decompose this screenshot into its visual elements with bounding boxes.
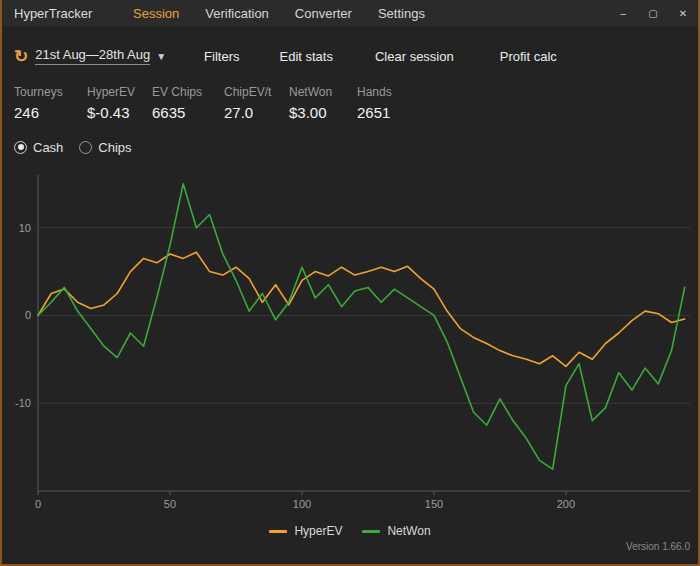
svg-text:-10: -10 xyxy=(15,397,31,409)
svg-text:0: 0 xyxy=(35,498,41,510)
chart-legend: HyperEV NetWon xyxy=(2,521,698,541)
minimize-button[interactable]: – xyxy=(608,0,638,26)
menu-item-verification[interactable]: Verification xyxy=(192,0,282,26)
stat-tourneys: Tourneys 246 xyxy=(14,84,87,125)
radio-selected-icon xyxy=(14,141,27,154)
legend-item-hyperev: HyperEV xyxy=(269,524,342,538)
clear-session-button[interactable]: Clear session xyxy=(375,49,454,64)
svg-text:100: 100 xyxy=(293,498,311,510)
stats-bar: Tourneys 246 HyperEV $-0.43 EV Chips 663… xyxy=(2,84,698,125)
profit-calc-button[interactable]: Profit calc xyxy=(500,49,557,64)
stat-value: 27.0 xyxy=(224,101,289,125)
title-bar: HyperTracker Session Verification Conver… xyxy=(2,0,698,26)
radio-label: Chips xyxy=(98,140,131,155)
edit-stats-button[interactable]: Edit stats xyxy=(279,49,332,64)
menu-item-session[interactable]: Session xyxy=(120,0,192,26)
netwon-line-icon xyxy=(362,530,380,533)
window-controls: – ▢ ✕ xyxy=(608,0,698,26)
date-range-dropdown[interactable]: 21st Aug—28th Aug xyxy=(35,47,150,65)
radio-label: Cash xyxy=(33,140,63,155)
radio-unselected-icon xyxy=(79,141,92,154)
stat-value: 246 xyxy=(14,101,87,125)
refresh-icon[interactable]: ↻ xyxy=(14,48,28,65)
stat-value: 6635 xyxy=(152,101,224,125)
chevron-down-icon[interactable]: ▼ xyxy=(156,51,166,62)
main-menu: Session Verification Converter Settings xyxy=(120,0,438,26)
filters-button[interactable]: Filters xyxy=(204,49,239,64)
stat-hands: Hands 2651 xyxy=(357,84,417,125)
hyperev-line-icon xyxy=(269,530,287,533)
legend-label: NetWon xyxy=(387,524,430,538)
stat-value: $-0.43 xyxy=(87,101,152,125)
stat-label: HyperEV xyxy=(87,84,152,101)
stat-label: ChipEV/t xyxy=(224,84,289,101)
legend-item-netwon: NetWon xyxy=(362,524,430,538)
stat-label: NetWon xyxy=(289,84,357,101)
stat-ev-chips: EV Chips 6635 xyxy=(152,84,224,125)
close-button[interactable]: ✕ xyxy=(668,0,698,26)
app-window: HyperTracker Session Verification Conver… xyxy=(2,0,698,555)
view-toggle: Cash Chips xyxy=(2,137,698,157)
stat-chipev-t: ChipEV/t 27.0 xyxy=(224,84,289,125)
version-label: Version 1.66.0 xyxy=(626,541,690,555)
stat-hyperev: HyperEV $-0.43 xyxy=(87,84,152,125)
session-chart: 100-10050100150200 xyxy=(2,165,698,521)
app-title: HyperTracker xyxy=(2,6,120,21)
stat-value: $3.00 xyxy=(289,101,357,125)
stat-value: 2651 xyxy=(357,101,417,125)
cash-radio[interactable]: Cash xyxy=(14,140,63,155)
menu-item-converter[interactable]: Converter xyxy=(282,0,365,26)
stat-label: Tourneys xyxy=(14,84,87,101)
stat-label: Hands xyxy=(357,84,417,101)
chart-canvas: 100-10050100150200 xyxy=(4,165,698,517)
svg-text:10: 10 xyxy=(19,222,31,234)
chips-radio[interactable]: Chips xyxy=(79,140,131,155)
svg-text:0: 0 xyxy=(25,309,31,321)
svg-text:150: 150 xyxy=(425,498,443,510)
maximize-button[interactable]: ▢ xyxy=(638,0,668,26)
stat-label: EV Chips xyxy=(152,84,224,101)
stat-netwon: NetWon $3.00 xyxy=(289,84,357,125)
toolbar: ↻ 21st Aug—28th Aug ▼ Filters Edit stats… xyxy=(2,40,698,72)
svg-text:200: 200 xyxy=(557,498,575,510)
legend-label: HyperEV xyxy=(294,524,342,538)
svg-text:50: 50 xyxy=(164,498,176,510)
footer: Version 1.66.0 xyxy=(2,541,698,555)
menu-item-settings[interactable]: Settings xyxy=(365,0,438,26)
